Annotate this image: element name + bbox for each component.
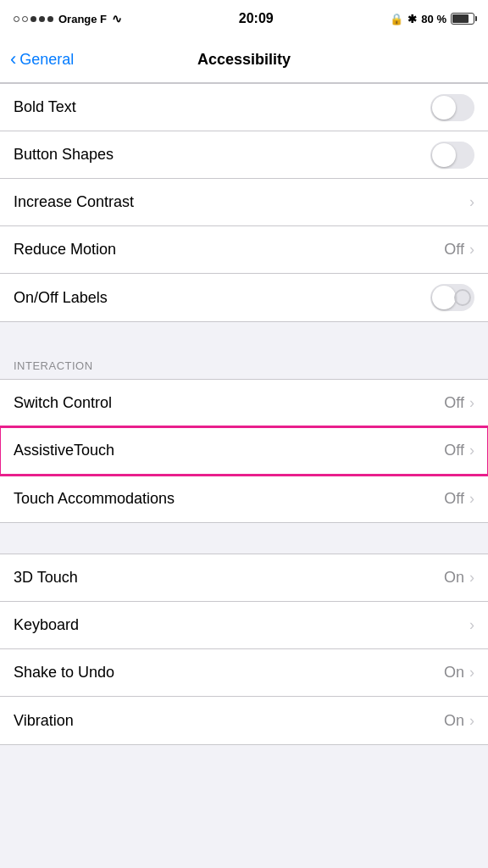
shake-to-undo-label: Shake to Undo — [14, 664, 444, 682]
bluetooth-icon: ✱ — [408, 13, 417, 25]
assistive-touch-label: AssistiveTouch — [14, 442, 444, 459]
vibration-row[interactable]: Vibration On › — [0, 697, 488, 744]
onoff-labels-row[interactable]: On/Off Labels — [0, 274, 488, 321]
bold-text-label: Bold Text — [14, 98, 430, 116]
vibration-value: On — [444, 712, 464, 730]
touch-accommodations-chevron-icon: › — [469, 490, 474, 508]
wifi-icon: ∿ — [112, 12, 122, 25]
dot5 — [47, 16, 53, 22]
vibration-right: On › — [444, 712, 474, 730]
increase-contrast-label: Increase Contrast — [14, 193, 469, 211]
keyboard-row[interactable]: Keyboard › — [0, 602, 488, 649]
reduce-motion-right: Off › — [444, 241, 474, 259]
assistive-touch-chevron-icon: › — [469, 442, 474, 459]
lock-icon: 🔒 — [390, 13, 403, 25]
keyboard-right: › — [469, 616, 474, 634]
separator-1 — [0, 322, 488, 353]
shake-to-undo-row[interactable]: Shake to Undo On › — [0, 649, 488, 697]
interaction-group: Switch Control Off › AssistiveTouch Off … — [0, 379, 488, 523]
dot2 — [22, 16, 28, 22]
page-title: Accessibility — [197, 51, 291, 69]
shake-to-undo-value: On — [444, 664, 464, 682]
onoff-labels-toggle-thumb — [432, 286, 456, 309]
misc-group: 3D Touch On › Keyboard › Shake to Undo O… — [0, 554, 488, 745]
keyboard-label: Keyboard — [14, 616, 469, 634]
touch-accommodations-label: Touch Accommodations — [14, 490, 444, 508]
3d-touch-right: On › — [444, 569, 474, 587]
battery-container — [451, 13, 474, 25]
touch-accommodations-value: Off — [444, 490, 464, 508]
assistive-touch-right: Off › — [444, 442, 474, 459]
button-shapes-toggle[interactable] — [430, 142, 474, 169]
carrier-label: Orange F — [58, 13, 107, 25]
back-button[interactable]: ‹ General — [10, 51, 74, 69]
battery-fill — [452, 14, 469, 23]
3d-touch-value: On — [444, 569, 464, 587]
3d-touch-row[interactable]: 3D Touch On › — [0, 554, 488, 602]
dot1 — [14, 16, 19, 22]
separator-2 — [0, 523, 488, 554]
assistive-touch-row[interactable]: AssistiveTouch Off › — [0, 427, 488, 475]
reduce-motion-row[interactable]: Reduce Motion Off › — [0, 226, 488, 274]
onoff-labels-label: On/Off Labels — [14, 289, 430, 307]
interaction-section-header: INTERACTION — [0, 353, 488, 379]
status-left: Orange F ∿ — [14, 12, 122, 25]
battery-percent: 80 % — [421, 13, 446, 25]
3d-touch-chevron-icon: › — [469, 569, 474, 587]
status-right: 🔒 ✱ 80 % — [390, 13, 474, 25]
bold-text-toggle[interactable] — [430, 94, 474, 121]
increase-contrast-row[interactable]: Increase Contrast › — [0, 179, 488, 226]
switch-control-chevron-icon: › — [469, 394, 474, 412]
assistive-touch-value: Off — [444, 442, 464, 459]
vibration-label: Vibration — [14, 712, 444, 730]
shake-to-undo-right: On › — [444, 664, 474, 682]
button-shapes-row[interactable]: Button Shapes — [0, 131, 488, 179]
onoff-labels-toggle[interactable] — [430, 284, 474, 311]
status-time: 20:09 — [239, 11, 274, 26]
onoff-labels-circle — [454, 289, 471, 306]
button-shapes-label: Button Shapes — [14, 146, 430, 164]
reduce-motion-value: Off — [444, 241, 464, 259]
vision-group: Bold Text Button Shapes Increase Contras… — [0, 83, 488, 322]
status-bar: Orange F ∿ 20:09 🔒 ✱ 80 % — [0, 0, 488, 37]
button-shapes-toggle-thumb — [432, 143, 456, 167]
switch-control-row[interactable]: Switch Control Off › — [0, 380, 488, 427]
signal-dots — [14, 16, 53, 22]
increase-contrast-right: › — [469, 193, 474, 211]
battery-icon — [451, 13, 474, 25]
touch-accommodations-right: Off › — [444, 490, 474, 508]
bold-text-row[interactable]: Bold Text — [0, 84, 488, 131]
nav-bar: ‹ General Accessibility — [0, 37, 488, 83]
dot3 — [30, 16, 36, 22]
shake-to-undo-chevron-icon: › — [469, 664, 474, 682]
bold-text-toggle-thumb — [432, 96, 456, 120]
switch-control-right: Off › — [444, 394, 474, 412]
switch-control-value: Off — [444, 394, 464, 412]
increase-contrast-chevron-icon: › — [469, 193, 474, 211]
touch-accommodations-row[interactable]: Touch Accommodations Off › — [0, 475, 488, 522]
keyboard-chevron-icon: › — [469, 616, 474, 634]
reduce-motion-chevron-icon: › — [469, 241, 474, 259]
dot4 — [39, 16, 45, 22]
3d-touch-label: 3D Touch — [14, 569, 444, 587]
vibration-chevron-icon: › — [469, 712, 474, 730]
back-chevron-icon: ‹ — [10, 50, 16, 69]
switch-control-label: Switch Control — [14, 394, 444, 412]
reduce-motion-label: Reduce Motion — [14, 241, 444, 259]
back-label: General — [19, 51, 74, 69]
